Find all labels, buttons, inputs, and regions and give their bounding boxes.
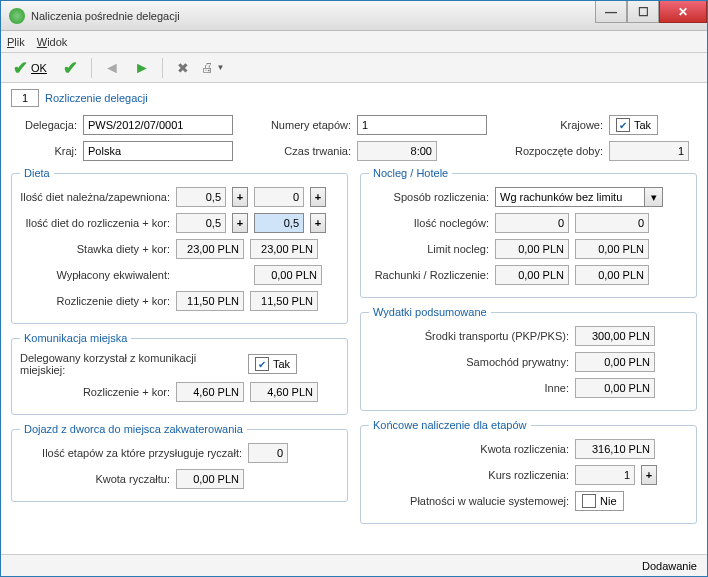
content: 1 Rozliczenie delegacji Delegacja: Numer… [1,83,707,536]
status-mode: Dodawanie [642,560,697,572]
chevron-down-icon: ▾ [645,187,663,207]
toolbar: ✔ OK ✔ ◄ ► ✖ 🖨▼ [1,53,707,83]
plus-button[interactable]: + [310,187,326,207]
km-checkbox[interactable]: ✔Tak [248,354,297,374]
dieta-group: Dieta Ilość diet należna/zapewniona: 0,5… [11,167,348,324]
krajowe-label: Krajowe: [493,119,603,131]
menu-file[interactable]: Plik [7,36,25,48]
menubar: Plik Widok [1,31,707,53]
nav-forward-button[interactable]: ► [130,56,154,80]
chevron-down-icon: ▼ [216,63,224,72]
minimize-button[interactable]: — [595,1,627,23]
delegacja-input[interactable] [83,115,233,135]
wydatki-group: Wydatki podsumowane Środki transportu (P… [360,306,697,411]
separator [91,58,92,78]
print-icon: 🖨 [201,60,214,75]
plus-button[interactable]: + [641,465,657,485]
check-icon: ✔ [63,57,78,79]
nav-back-button[interactable]: ◄ [100,56,124,80]
arrow-right-icon: ► [134,59,150,77]
kraj-input[interactable] [83,141,233,161]
krajowe-checkbox[interactable]: ✔ Tak [609,115,658,135]
tools-icon: ✖ [177,60,189,76]
window-title: Naliczenia pośrednie delegacji [31,10,180,22]
check-icon: ✔ [13,57,28,79]
maximize-button[interactable]: ☐ [627,1,659,23]
plus-button[interactable]: + [232,213,248,233]
plus-button[interactable]: + [232,187,248,207]
statusbar: Dodawanie [1,554,707,576]
doby-label: Rozpoczęte doby: [443,145,603,157]
plus-button[interactable]: + [310,213,326,233]
plat-checkbox[interactable]: Nie [575,491,624,511]
sposob-select[interactable]: ▾ [495,187,663,207]
doby-value: 1 [609,141,689,161]
index-box: 1 [11,89,39,107]
section-title: Rozliczenie delegacji [45,92,148,104]
window: Naliczenia pośrednie delegacji — ☐ ✕ Pli… [0,0,708,577]
close-button[interactable]: ✕ [659,1,707,23]
dojazd-group: Dojazd z dworca do miejsca zakwaterowani… [11,423,348,502]
arrow-left-icon: ◄ [104,59,120,77]
numery-input[interactable] [357,115,487,135]
print-button[interactable]: 🖨▼ [201,56,225,80]
apply-button[interactable]: ✔ [59,56,83,80]
czas-label: Czas trwania: [239,145,351,157]
titlebar: Naliczenia pośrednie delegacji — ☐ ✕ [1,1,707,31]
nocleg-group: Nocleg / Hotele Sposób rozliczenia: ▾ Il… [360,167,697,298]
checkbox-icon: ✔ [616,118,630,132]
czas-value: 8:00 [357,141,437,161]
numery-label: Numery etapów: [239,119,351,131]
koncowe-group: Końcowe naliczenie dla etapów Kwota rozl… [360,419,697,524]
kraj-label: Kraj: [11,145,77,157]
diet-kor-input[interactable] [254,213,304,233]
dieta-legend: Dieta [20,167,54,179]
app-icon [9,8,25,24]
tools-button[interactable]: ✖ [171,56,195,80]
menu-view[interactable]: Widok [37,36,68,48]
delegacja-label: Delegacja: [11,119,77,131]
separator [162,58,163,78]
ok-button[interactable]: ✔ OK [7,56,53,80]
km-group: Komunikacja miejska Delegowany korzystał… [11,332,348,415]
